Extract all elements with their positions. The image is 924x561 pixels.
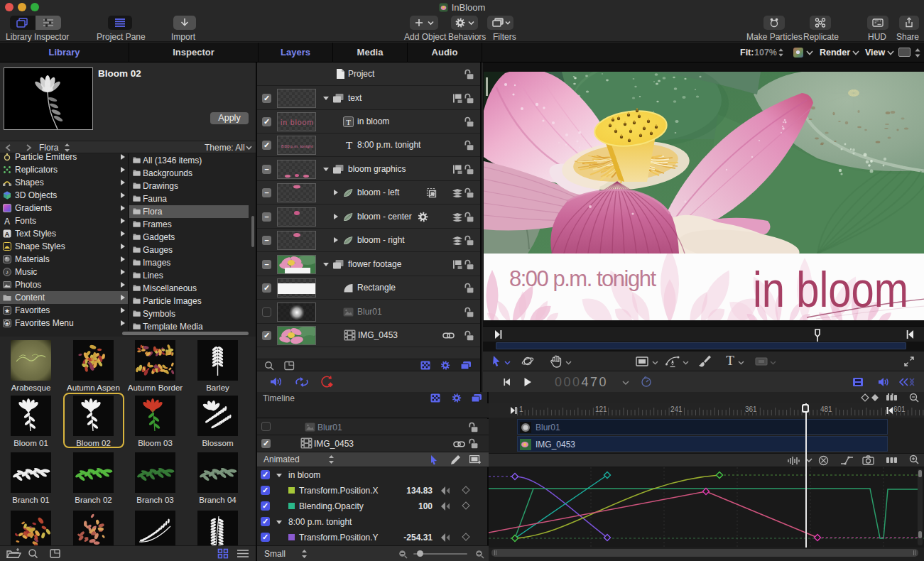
svg-text:T: T bbox=[346, 118, 351, 126]
svg-text:A: A bbox=[5, 230, 10, 238]
svg-text:361: 361 bbox=[745, 405, 757, 413]
svg-text:T: T bbox=[726, 354, 734, 368]
svg-text:♪: ♪ bbox=[6, 269, 9, 276]
svg-text:601: 601 bbox=[893, 405, 906, 413]
svg-text:121: 121 bbox=[595, 405, 607, 413]
svg-text:in bloom: in bloom bbox=[281, 118, 313, 126]
svg-text:8:00 p.m. tonight: 8:00 p.m. tonight bbox=[509, 266, 656, 291]
svg-text:1: 1 bbox=[519, 405, 523, 413]
svg-text:T: T bbox=[346, 140, 352, 151]
svg-text:A: A bbox=[4, 217, 10, 225]
svg-text:★: ★ bbox=[5, 321, 9, 326]
svg-text:8:00 p.m. tonight: 8:00 p.m. tonight bbox=[281, 144, 313, 148]
svg-text:★: ★ bbox=[4, 307, 10, 315]
svg-text:241: 241 bbox=[670, 405, 683, 413]
svg-text:481: 481 bbox=[820, 405, 832, 413]
svg-text:in bloom: in bloom bbox=[753, 262, 908, 317]
